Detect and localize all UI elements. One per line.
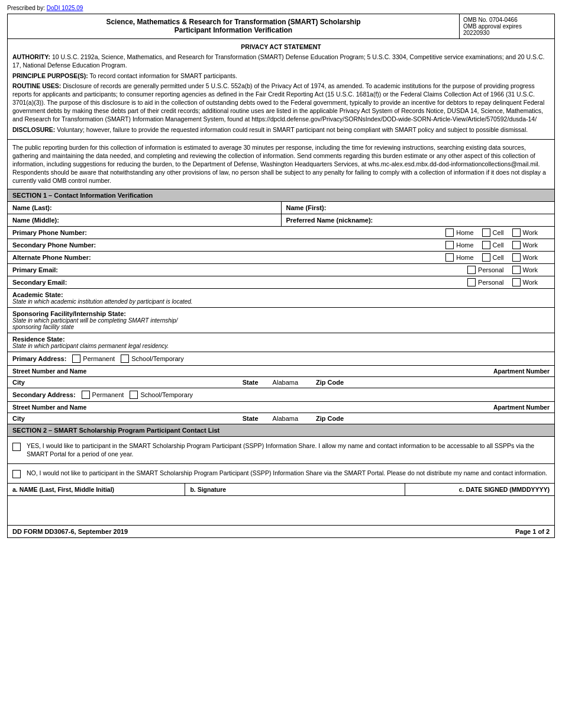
authority-para: AUTHORITY: 10 U.S.C. 2192a, Science, Mat… xyxy=(12,53,550,69)
principle-para: PRINCIPLE PURPOSE(S): To record contact … xyxy=(12,72,550,80)
alternate-phone-cell-label: Cell xyxy=(493,254,504,261)
secondary-street-row: Street Number and Name Apartment Number xyxy=(8,402,554,413)
secondary-email-personal-checkbox[interactable] xyxy=(467,278,476,286)
sig-date-header: c. DATE SIGNED (MMDDYYYY) xyxy=(405,484,554,495)
routine-para: ROUTINE USES: Disclosure of records are … xyxy=(12,82,550,124)
secondary-phone-options: Home Cell Work xyxy=(445,241,538,249)
name-row-1: Name (Last): Name (First): xyxy=(8,202,554,214)
primary-address-header: Primary Address: Permanent School/Tempor… xyxy=(8,352,554,366)
alternate-phone-home[interactable]: Home xyxy=(445,253,473,262)
secondary-city-label: City xyxy=(12,415,25,422)
primary-email-work[interactable]: Work xyxy=(512,266,538,274)
secondary-email-work-checkbox[interactable] xyxy=(512,278,521,286)
alternate-phone-cell-checkbox[interactable] xyxy=(482,253,490,262)
primary-address-label: Primary Address: xyxy=(12,355,66,362)
primary-state-label: State xyxy=(243,379,259,386)
sspp-yes-text: YES, I would like to participant in the … xyxy=(27,442,550,459)
sponsoring-row: Sponsoring Facility/Internship State: St… xyxy=(8,308,554,333)
alternate-phone-cell[interactable]: Cell xyxy=(482,253,504,262)
secondary-email-work[interactable]: Work xyxy=(512,278,538,286)
primary-street-cell: Street Number and Name xyxy=(8,366,489,376)
principle-text: To record contact information for SMART … xyxy=(88,72,237,79)
secondary-email-work-label: Work xyxy=(523,279,538,286)
secondary-school-temp-option[interactable]: School/Temporary xyxy=(130,391,193,399)
primary-phone-cell-checkbox[interactable] xyxy=(482,228,490,237)
secondary-school-temp-label: School/Temporary xyxy=(140,391,193,398)
primary-phone-cell-label: Cell xyxy=(493,229,504,236)
primary-email-work-label: Work xyxy=(523,266,538,273)
omb-block: OMB No. 0704-0466 OMB approval expires 2… xyxy=(460,14,554,38)
name-first-cell: Name (First): xyxy=(282,202,555,214)
primary-state-value: Alabama xyxy=(273,379,298,386)
primary-apt-label: Apartment Number xyxy=(493,368,550,375)
secondary-email-label: Secondary Email: xyxy=(12,279,131,286)
title-line2: Participant Information Verification xyxy=(12,26,454,34)
sspp-no-row[interactable]: NO, I would not like to participant in t… xyxy=(8,464,554,484)
primary-email-work-checkbox[interactable] xyxy=(512,266,521,274)
primary-zip-label: Zip Code xyxy=(316,379,344,386)
section2-header: SECTION 2 – SMART Scholarship Program Pa… xyxy=(8,424,554,437)
privacy-title: PRIVACY ACT STATEMENT xyxy=(12,43,550,51)
sspp-yes-checkbox[interactable] xyxy=(12,443,21,451)
secondary-phone-home-checkbox[interactable] xyxy=(445,241,454,249)
alternate-phone-work[interactable]: Work xyxy=(512,253,538,262)
sspp-yes-row[interactable]: YES, I would like to participant in the … xyxy=(8,437,554,464)
sponsoring-desc2: sponsoring facility state xyxy=(12,324,550,330)
secondary-email-row: Secondary Email: Personal Work xyxy=(8,276,554,289)
sspp-no-text: NO, I would not like to participant in t… xyxy=(27,469,550,478)
alternate-phone-home-label: Home xyxy=(456,254,473,261)
primary-permanent-checkbox[interactable] xyxy=(72,355,80,363)
primary-phone-work[interactable]: Work xyxy=(512,228,538,237)
secondary-phone-label: Secondary Phone Number: xyxy=(12,241,131,249)
primary-city-row: City State Alabama Zip Code xyxy=(8,377,554,388)
secondary-phone-home[interactable]: Home xyxy=(445,241,473,249)
secondary-phone-work[interactable]: Work xyxy=(512,241,538,249)
secondary-permanent-checkbox[interactable] xyxy=(82,391,90,399)
sspp-no-checkbox[interactable] xyxy=(12,470,21,478)
secondary-street-label: Street Number and Name xyxy=(12,404,86,411)
primary-school-temp-checkbox[interactable] xyxy=(121,355,129,363)
preferred-name-label: Preferred Name (nickname): xyxy=(286,217,373,224)
secondary-apt-label: Apartment Number xyxy=(493,404,550,411)
secondary-street-cell: Street Number and Name xyxy=(8,402,489,413)
primary-phone-row: Primary Phone Number: Home Cell Work xyxy=(8,227,554,239)
alternate-phone-work-checkbox[interactable] xyxy=(512,253,521,262)
dodi-link[interactable]: DoDI 1025.09 xyxy=(47,5,83,11)
residence-row: Residence State: State in which particip… xyxy=(8,333,554,352)
alternate-phone-home-checkbox[interactable] xyxy=(445,253,454,262)
primary-phone-home[interactable]: Home xyxy=(445,228,473,237)
secondary-city-row: City State Alabama Zip Code xyxy=(8,413,554,424)
routine-text: Disclosure of records are generally perm… xyxy=(12,82,544,123)
secondary-phone-row: Secondary Phone Number: Home Cell Work xyxy=(8,239,554,252)
sponsoring-desc1: State in which participant will be compl… xyxy=(12,317,550,324)
form-label: DD FORM DD3067-6, September 2019 xyxy=(12,528,128,535)
omb-line3: 20220930 xyxy=(463,30,551,36)
name-row-2: Name (Middle): Preferred Name (nickname)… xyxy=(8,214,554,227)
secondary-email-personal[interactable]: Personal xyxy=(467,278,503,286)
school-temp-label: School/Temporary xyxy=(131,355,184,362)
academic-state-label: Academic State: xyxy=(12,291,550,298)
primary-phone-home-checkbox[interactable] xyxy=(445,228,454,237)
title-main: Science, Mathematics & Research for Tran… xyxy=(8,14,460,38)
secondary-phone-cell-checkbox[interactable] xyxy=(482,241,490,249)
primary-phone-work-checkbox[interactable] xyxy=(512,228,521,237)
routine-label: ROUTINE USES: xyxy=(12,82,61,89)
secondary-phone-cell[interactable]: Cell xyxy=(482,241,504,249)
primary-permanent-option[interactable]: Permanent xyxy=(72,355,115,363)
alternate-phone-row: Alternate Phone Number: Home Cell Work xyxy=(8,252,554,264)
secondary-permanent-option[interactable]: Permanent xyxy=(82,391,124,399)
burden-text: The public reporting burden for this col… xyxy=(12,144,546,185)
primary-email-options: Personal Work xyxy=(467,266,538,274)
primary-apt-cell: Apartment Number xyxy=(489,366,554,376)
primary-email-personal-checkbox[interactable] xyxy=(467,266,476,274)
secondary-phone-work-checkbox[interactable] xyxy=(512,241,521,249)
disclosure-label: DISCLOSURE: xyxy=(12,126,55,133)
primary-email-personal[interactable]: Personal xyxy=(467,266,503,274)
secondary-address-header: Secondary Address: Permanent School/Temp… xyxy=(8,388,554,402)
name-last-label: Name (Last): xyxy=(12,204,52,211)
authority-text: 10 U.S.C. 2192a, Science, Mathematics, a… xyxy=(12,53,545,69)
primary-phone-cell[interactable]: Cell xyxy=(482,228,504,237)
academic-state-desc: State in which academic institution atte… xyxy=(12,298,550,305)
primary-school-temp-option[interactable]: School/Temporary xyxy=(121,355,184,363)
secondary-school-temp-checkbox[interactable] xyxy=(130,391,138,399)
